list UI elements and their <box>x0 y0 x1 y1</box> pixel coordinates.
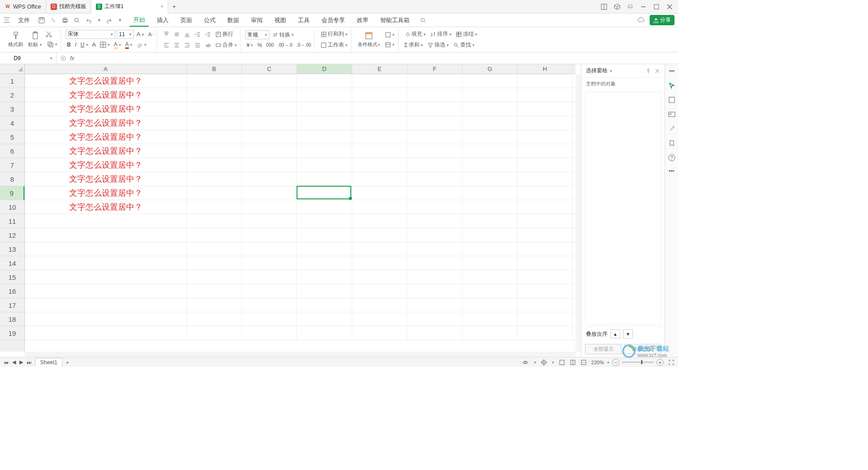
cell[interactable] <box>352 186 407 200</box>
row-header-5[interactable]: 5 <box>0 130 24 144</box>
cell[interactable] <box>242 186 297 200</box>
cell[interactable] <box>187 270 242 284</box>
bold-button[interactable]: B <box>66 41 72 49</box>
cell[interactable] <box>462 228 518 242</box>
more-icon[interactable]: ••• <box>668 168 676 176</box>
row-header-17[interactable]: 17 <box>0 298 24 312</box>
cell[interactable] <box>297 228 352 242</box>
cell[interactable] <box>352 242 407 256</box>
row-header-1[interactable]: 1 <box>0 74 24 88</box>
cell[interactable] <box>187 186 242 200</box>
cell[interactable] <box>462 172 518 186</box>
cell[interactable] <box>25 228 187 242</box>
cell[interactable] <box>518 116 573 130</box>
cell[interactable] <box>407 242 462 256</box>
cell[interactable] <box>462 312 518 326</box>
cell[interactable] <box>407 326 462 340</box>
menu-tab-7[interactable]: 工具 <box>294 14 313 26</box>
spreadsheet-grid[interactable]: ABCDEFGH 12345678910111213141516171819 文… <box>0 64 581 357</box>
cell[interactable] <box>187 312 242 326</box>
row-header-11[interactable]: 11 <box>0 214 24 228</box>
collapse-icon[interactable] <box>668 67 676 75</box>
sheet-last-icon[interactable]: ⏭ <box>27 360 32 365</box>
cell[interactable] <box>242 256 297 270</box>
file-menu[interactable]: 文件 <box>14 14 33 26</box>
horizontal-scrollbar[interactable] <box>25 352 576 357</box>
cell[interactable] <box>25 214 187 228</box>
sheet-prev-icon[interactable]: ◀ <box>12 359 16 365</box>
cell[interactable] <box>187 256 242 270</box>
menu-icon[interactable]: 三 <box>4 16 10 24</box>
share-button[interactable]: 分享 <box>650 15 675 25</box>
cell[interactable] <box>352 172 407 186</box>
align-bottom-button[interactable] <box>183 30 192 38</box>
cell[interactable] <box>297 130 352 144</box>
cell[interactable] <box>407 312 462 326</box>
cell[interactable] <box>297 200 352 214</box>
cell[interactable] <box>187 130 242 144</box>
cell[interactable] <box>407 270 462 284</box>
cell[interactable] <box>407 200 462 214</box>
cell-style-button[interactable]: ▾ <box>383 31 396 39</box>
fx-label[interactable]: fx <box>70 55 74 61</box>
cell[interactable] <box>187 298 242 312</box>
fullscreen-icon[interactable] <box>668 359 675 366</box>
cell[interactable] <box>25 270 187 284</box>
cell[interactable] <box>242 228 297 242</box>
cell[interactable] <box>407 186 462 200</box>
font-size-select[interactable]: 11▾ <box>117 30 134 39</box>
properties-icon[interactable] <box>668 96 676 104</box>
cell[interactable] <box>297 242 352 256</box>
cell[interactable] <box>518 214 573 228</box>
cell[interactable] <box>242 116 297 130</box>
cell[interactable] <box>297 256 352 270</box>
cell[interactable] <box>518 172 573 186</box>
show-all-button[interactable]: 全部显示 <box>585 344 622 354</box>
bring-forward-button[interactable]: ▴ <box>610 329 620 338</box>
cell[interactable] <box>187 88 242 102</box>
sheet-tab-sheet1[interactable]: Sheet1 <box>35 358 62 367</box>
zoom-out-button[interactable]: − <box>612 359 619 366</box>
cell[interactable] <box>242 130 297 144</box>
cell[interactable] <box>518 228 573 242</box>
table-style-button[interactable]: ▾ <box>383 41 396 49</box>
cell[interactable] <box>407 130 462 144</box>
tab-workbook1[interactable]: S 工作簿1 • <box>91 0 168 14</box>
zoom-slider[interactable] <box>622 362 654 363</box>
cell[interactable] <box>462 284 518 298</box>
print-preview-icon[interactable] <box>73 17 80 24</box>
col-header-E[interactable]: E <box>352 64 407 74</box>
row-header-10[interactable]: 10 <box>0 200 24 214</box>
view-normal-icon[interactable] <box>559 359 565 366</box>
cell[interactable] <box>407 116 462 130</box>
cell[interactable] <box>242 326 297 340</box>
cell[interactable] <box>518 284 573 298</box>
cell[interactable] <box>462 270 518 284</box>
cell[interactable] <box>407 88 462 102</box>
align-left-button[interactable] <box>162 41 171 49</box>
font-name-select[interactable]: 宋体▾ <box>66 30 115 39</box>
cell[interactable] <box>187 74 242 88</box>
underline-button[interactable]: U▾ <box>79 41 90 49</box>
cell[interactable]: 文字怎么设置居中？ <box>25 144 187 158</box>
cell[interactable] <box>25 298 187 312</box>
cell[interactable]: 文字怎么设置居中？ <box>25 74 187 88</box>
convert-button[interactable]: 转换▾ <box>271 30 295 40</box>
close-icon[interactable] <box>666 4 673 10</box>
cell[interactable] <box>407 172 462 186</box>
increase-decimal-button[interactable]: .00→.0 <box>277 42 294 48</box>
cell[interactable] <box>352 298 407 312</box>
help-icon[interactable]: ? <box>668 154 676 162</box>
cell[interactable] <box>407 298 462 312</box>
col-header-C[interactable]: C <box>242 64 297 74</box>
cell[interactable] <box>462 214 518 228</box>
rows-cols-button[interactable]: 行和列▾ <box>319 29 349 39</box>
cell[interactable] <box>352 200 407 214</box>
strikethrough-button[interactable]: A <box>91 41 97 49</box>
redo-dropdown[interactable]: ▼ <box>118 18 122 23</box>
cell[interactable] <box>407 256 462 270</box>
minimize-icon[interactable] <box>640 4 646 10</box>
row-header-19[interactable]: 19 <box>0 326 24 340</box>
increase-font-button[interactable]: A+ <box>135 30 146 38</box>
cell[interactable] <box>518 102 573 116</box>
